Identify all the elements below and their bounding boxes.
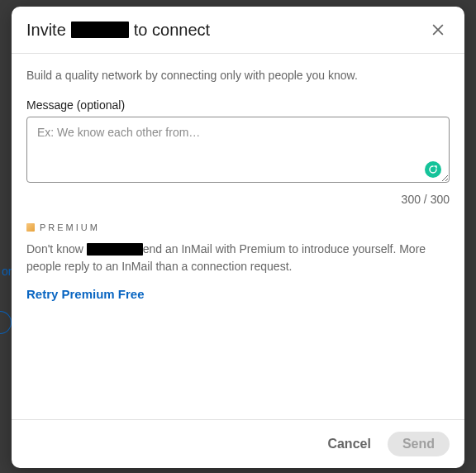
close-icon (430, 22, 446, 38)
grammarly-icon[interactable] (425, 161, 441, 178)
redacted-name-inline (87, 243, 143, 256)
title-prefix: Invite (26, 21, 66, 40)
char-count: 300 / 300 (26, 193, 450, 206)
title-suffix: to connect (134, 21, 210, 40)
premium-label: PREMIUM (40, 222, 100, 232)
modal-header: Invite to connect (12, 7, 464, 54)
message-input[interactable] (26, 117, 450, 183)
cancel-button[interactable]: Cancel (319, 432, 378, 456)
premium-badge: PREMIUM (26, 222, 450, 232)
modal-body: Build a quality network by connecting on… (12, 54, 464, 419)
redacted-name (71, 22, 129, 38)
modal-title: Invite to connect (26, 21, 210, 40)
premium-icon (26, 223, 35, 232)
modal-footer: Cancel Send (12, 419, 464, 468)
message-label: Message (optional) (26, 98, 450, 112)
send-button[interactable]: Send (388, 432, 450, 456)
premium-description: Don't know end an InMail with Premium to… (26, 241, 450, 275)
textarea-wrap (26, 117, 450, 186)
invite-modal: Invite to connect Build a quality networ… (12, 7, 464, 468)
retry-premium-link[interactable]: Retry Premium Free (26, 287, 145, 301)
subtitle: Build a quality network by connecting on… (26, 69, 450, 82)
close-button[interactable] (426, 18, 450, 41)
premium-desc-prefix: Don't know (26, 242, 87, 256)
bg-circle (0, 311, 12, 334)
